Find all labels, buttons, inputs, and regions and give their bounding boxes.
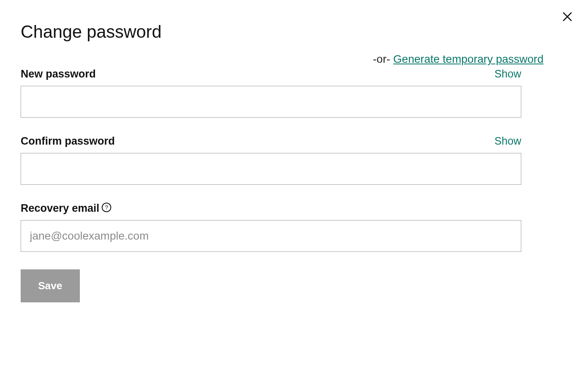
label-row: New password Show [21, 68, 521, 80]
label-row: Confirm password Show [21, 135, 521, 147]
new-password-input[interactable] [21, 86, 521, 118]
generate-temp-password-link[interactable]: Generate temporary password [393, 53, 544, 65]
recovery-email-field: Recovery email ? [21, 202, 521, 252]
generate-row: -or- Generate temporary password [21, 53, 567, 66]
label-row: Recovery email ? [21, 202, 521, 215]
modal-title: Change password [21, 22, 567, 42]
confirm-password-label: Confirm password [21, 135, 115, 147]
or-text: -or- [373, 53, 393, 65]
confirm-password-field: Confirm password Show [21, 135, 521, 185]
close-button[interactable] [559, 9, 575, 25]
change-password-modal: Change password -or- Generate temporary … [0, 0, 588, 324]
recovery-email-input[interactable] [21, 220, 521, 252]
show-new-password-toggle[interactable]: Show [494, 68, 521, 80]
recovery-email-label-text: Recovery email [21, 202, 99, 215]
close-icon [562, 11, 573, 22]
save-button[interactable]: Save [21, 269, 80, 302]
help-icon[interactable]: ? [102, 203, 111, 212]
new-password-label: New password [21, 68, 96, 80]
recovery-email-label: Recovery email ? [21, 202, 111, 215]
confirm-password-input[interactable] [21, 153, 521, 185]
new-password-field: New password Show [21, 68, 521, 118]
show-confirm-password-toggle[interactable]: Show [494, 135, 521, 147]
